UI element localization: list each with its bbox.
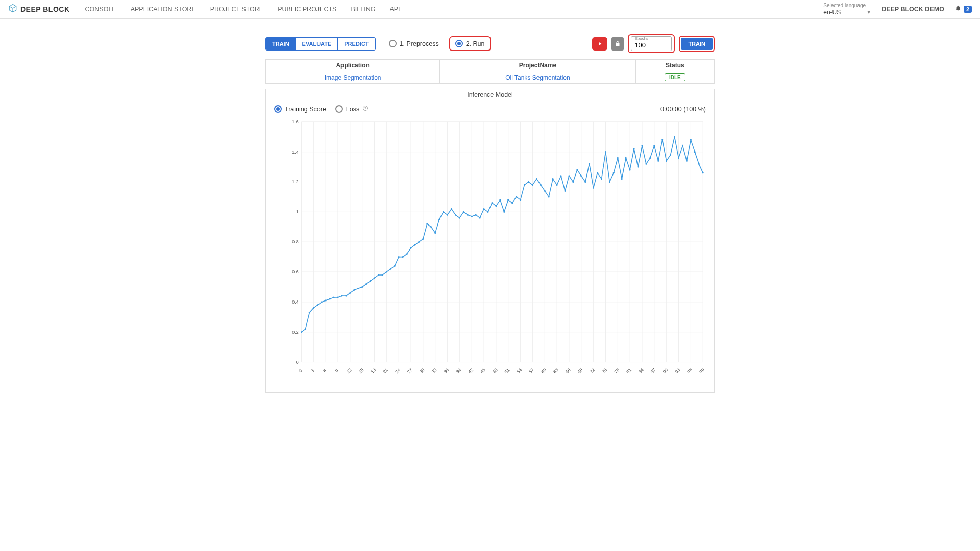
project-info-table: Application ProjectName Status Image Seg… xyxy=(265,59,715,84)
svg-text:93: 93 xyxy=(674,367,681,374)
svg-text:1.6: 1.6 xyxy=(292,119,298,124)
metric-loss[interactable]: Loss ? xyxy=(335,105,369,113)
tab-evaluate[interactable]: EVALUATE xyxy=(296,38,338,50)
svg-point-174 xyxy=(649,157,651,159)
step-run[interactable]: 2. Run xyxy=(449,36,491,51)
svg-text:6: 6 xyxy=(322,368,328,374)
status-badge: IDLE xyxy=(665,73,685,81)
svg-text:87: 87 xyxy=(650,367,657,374)
nav-api[interactable]: API xyxy=(389,6,400,13)
svg-text:1.2: 1.2 xyxy=(292,179,298,184)
svg-point-162 xyxy=(601,178,602,180)
user-name[interactable]: DEEP BLOCK DEMO xyxy=(881,6,944,13)
svg-point-90 xyxy=(309,312,310,313)
svg-text:9: 9 xyxy=(334,368,340,374)
svg-point-146 xyxy=(536,178,537,180)
mode-tabs: TRAIN EVALUATE PREDICT xyxy=(265,37,376,51)
tab-train[interactable]: TRAIN xyxy=(266,38,296,50)
language-value: en-US xyxy=(823,9,841,16)
svg-point-160 xyxy=(593,187,594,189)
svg-point-91 xyxy=(313,307,314,309)
svg-point-137 xyxy=(499,199,501,201)
lock-button[interactable] xyxy=(611,37,624,51)
svg-point-166 xyxy=(617,157,619,159)
svg-point-175 xyxy=(653,145,655,146)
nav-project-store[interactable]: PROJECT STORE xyxy=(210,6,263,13)
logo[interactable]: DEEP BLOCK xyxy=(8,4,70,15)
svg-text:12: 12 xyxy=(346,367,353,374)
svg-point-151 xyxy=(556,184,558,186)
epochs-field[interactable]: Epochs xyxy=(631,36,672,51)
topbar: DEEP BLOCK CONSOLE APPLICATION STORE PRO… xyxy=(0,0,980,19)
training-timer: 0:00:00 (100 %) xyxy=(660,106,706,113)
help-icon[interactable]: ? xyxy=(362,105,369,113)
svg-point-184 xyxy=(690,139,692,141)
svg-point-103 xyxy=(361,286,363,288)
radio-on-icon xyxy=(455,40,463,47)
svg-text:1.4: 1.4 xyxy=(292,149,298,155)
table-row: Image Segmentation Oil Tanks Segmentatio… xyxy=(266,71,715,84)
svg-point-125 xyxy=(451,208,452,210)
col-status: Status xyxy=(635,60,714,71)
svg-point-119 xyxy=(426,223,428,224)
svg-point-93 xyxy=(321,301,323,303)
svg-point-168 xyxy=(625,157,627,159)
svg-point-187 xyxy=(702,172,704,173)
nav-public-projects[interactable]: PUBLIC PROJECTS xyxy=(278,6,336,13)
svg-point-139 xyxy=(507,199,509,201)
svg-point-145 xyxy=(532,184,533,186)
svg-point-118 xyxy=(422,238,424,240)
svg-point-141 xyxy=(516,196,517,197)
video-help-button[interactable] xyxy=(592,37,607,51)
svg-point-99 xyxy=(345,295,347,297)
svg-point-92 xyxy=(317,304,318,306)
radio-off-icon xyxy=(389,40,397,47)
svg-point-132 xyxy=(479,217,481,219)
step-preprocess[interactable]: 1. Preprocess xyxy=(383,36,445,51)
svg-point-140 xyxy=(511,202,513,204)
notifications[interactable]: 2 xyxy=(950,5,972,14)
radio-off-icon xyxy=(335,105,343,113)
nav-billing[interactable]: BILLING xyxy=(351,6,375,13)
svg-text:48: 48 xyxy=(492,367,499,374)
svg-point-148 xyxy=(544,190,546,192)
nav-console[interactable]: CONSOLE xyxy=(85,6,116,13)
chart-panel: Inference Model Training Score Loss ? 0:… xyxy=(265,89,715,393)
notification-count: 2 xyxy=(964,6,972,13)
tab-predict[interactable]: PREDICT xyxy=(337,38,375,50)
svg-text:21: 21 xyxy=(382,367,389,374)
svg-point-158 xyxy=(584,181,586,183)
svg-point-108 xyxy=(382,274,383,276)
svg-point-185 xyxy=(694,151,696,153)
svg-point-173 xyxy=(645,163,647,165)
svg-point-150 xyxy=(552,178,554,180)
nav-application-store[interactable]: APPLICATION STORE xyxy=(131,6,196,13)
lock-icon xyxy=(615,41,621,47)
svg-point-182 xyxy=(682,145,683,146)
svg-point-123 xyxy=(443,211,444,213)
svg-point-167 xyxy=(621,178,623,180)
train-button[interactable]: TRAIN xyxy=(681,38,713,50)
svg-text:66: 66 xyxy=(565,367,572,374)
svg-point-109 xyxy=(386,271,387,272)
svg-text:54: 54 xyxy=(516,367,523,374)
cell-application: Image Segmentation xyxy=(266,71,440,84)
svg-text:15: 15 xyxy=(358,367,365,374)
svg-point-111 xyxy=(394,265,396,267)
svg-point-149 xyxy=(548,196,550,197)
metric-training-score[interactable]: Training Score xyxy=(274,105,326,113)
logo-text: DEEP BLOCK xyxy=(20,5,70,13)
epochs-highlight: Epochs xyxy=(628,34,675,53)
svg-point-105 xyxy=(370,280,371,282)
svg-point-97 xyxy=(337,296,338,298)
metric-training-score-label: Training Score xyxy=(285,106,326,113)
svg-point-116 xyxy=(414,244,415,246)
step-preprocess-label: 1. Preprocess xyxy=(400,40,439,47)
svg-text:72: 72 xyxy=(589,367,596,374)
svg-point-169 xyxy=(629,169,631,170)
svg-point-98 xyxy=(341,295,342,297)
svg-point-143 xyxy=(524,184,525,186)
epochs-input[interactable] xyxy=(634,41,668,51)
language-selector[interactable]: Selected language en-US ▼ xyxy=(823,3,871,16)
svg-point-153 xyxy=(564,190,566,192)
